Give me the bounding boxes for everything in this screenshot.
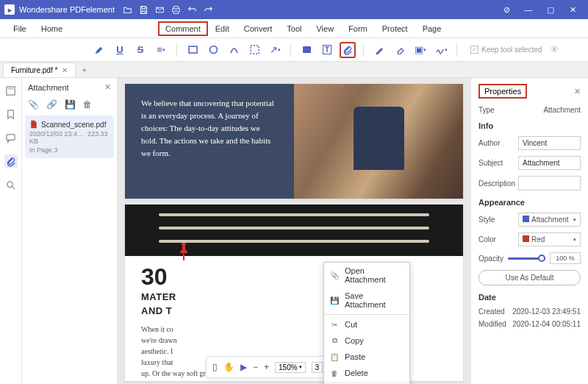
- author-field[interactable]: [518, 136, 581, 150]
- opacity-value[interactable]: 100 %: [550, 252, 581, 264]
- menu-edit[interactable]: Edit: [208, 21, 237, 36]
- measure-tool[interactable]: ↗▾: [267, 42, 283, 58]
- underline-tool[interactable]: U: [112, 42, 128, 58]
- description-field[interactable]: [518, 176, 581, 191]
- ctx-open-attachment[interactable]: 📎Open Attachment: [324, 263, 409, 288]
- save-icon[interactable]: [138, 4, 148, 15]
- comment-list-icon[interactable]: [4, 131, 18, 144]
- textbox-tool[interactable]: T: [319, 42, 335, 58]
- tab-furniture[interactable]: Furniture.pdf * ✕: [3, 63, 76, 77]
- zoom-level[interactable]: 150% ▾: [275, 362, 306, 373]
- bookmark-icon[interactable]: [4, 107, 18, 121]
- date-section: Date: [478, 293, 581, 302]
- menu-form[interactable]: Form: [341, 21, 375, 36]
- menu-view[interactable]: View: [309, 21, 341, 36]
- attachment-page: In Page 3: [29, 146, 110, 154]
- page-number-input[interactable]: 3: [312, 362, 323, 373]
- ctx-paste[interactable]: 📋Paste: [324, 349, 409, 365]
- scissors-icon: ✂: [330, 321, 339, 329]
- subject-field[interactable]: [518, 156, 581, 170]
- paperclip-icon: 📎: [330, 271, 339, 280]
- undo-icon[interactable]: [187, 4, 197, 15]
- modified-value: 2020-12-04 00:05:11: [512, 320, 581, 328]
- maximize-button[interactable]: ▢: [539, 5, 562, 15]
- help-button[interactable]: ⊘: [495, 5, 517, 15]
- zoom-out-button[interactable]: −: [253, 362, 258, 372]
- close-button[interactable]: ✕: [562, 5, 584, 15]
- photo-workshop: [294, 84, 463, 199]
- close-properties-icon[interactable]: ✕: [574, 87, 581, 96]
- keep-tool-selected[interactable]: ✓ Keep tool selected: [470, 46, 542, 54]
- menu-comment[interactable]: Comment: [158, 21, 208, 36]
- svg-point-2: [209, 46, 217, 54]
- ctx-cut[interactable]: ✂Cut: [324, 316, 409, 333]
- checkbox-icon[interactable]: ✓: [470, 46, 478, 54]
- save-attachment-icon[interactable]: 💾: [65, 99, 76, 110]
- attachment-panel: Attachment ✕ 📎 🔗 💾 🗑 Scanned_scene.pdf 2…: [22, 78, 118, 384]
- rectangle-tool[interactable]: [184, 42, 201, 58]
- strikeout-tool[interactable]: S: [132, 42, 148, 58]
- tab-label: Furniture.pdf *: [11, 66, 57, 74]
- author-label: Author: [478, 139, 500, 147]
- ctx-delete[interactable]: 🗑Delete: [324, 365, 409, 381]
- modified-label: Modified: [478, 320, 506, 328]
- zoom-in-button[interactable]: +: [264, 362, 269, 372]
- svg-rect-7: [7, 134, 15, 140]
- menu-tool[interactable]: Tool: [279, 21, 309, 36]
- keep-tool-label: Keep tool selected: [481, 46, 542, 54]
- svg-rect-3: [251, 46, 259, 54]
- app-logo: ▸: [4, 4, 15, 15]
- note-tool[interactable]: [298, 42, 315, 58]
- use-as-default-button[interactable]: Use As Default: [478, 270, 581, 285]
- thumbnails-icon[interactable]: [4, 84, 18, 97]
- svg-rect-9: [183, 253, 184, 260]
- add-attachment-icon[interactable]: 📎: [28, 99, 39, 110]
- minimize-button[interactable]: —: [517, 5, 539, 14]
- single-page-icon[interactable]: ▯: [212, 362, 218, 372]
- attachment-list-icon[interactable]: [4, 154, 18, 168]
- line-tool[interactable]: [226, 42, 242, 58]
- signature-tool[interactable]: ▾: [433, 42, 449, 58]
- svg-rect-6: [8, 88, 14, 89]
- hand-tool-icon[interactable]: ✋: [223, 362, 234, 372]
- redo-icon[interactable]: [203, 4, 213, 15]
- app-title: Wondershare PDFelement: [19, 5, 115, 14]
- document-canvas[interactable]: We believe that uncovering that potentia…: [118, 78, 470, 384]
- menu-home[interactable]: Home: [34, 21, 70, 36]
- ctx-copy[interactable]: ⧉Copy: [324, 333, 409, 349]
- pencil-tool[interactable]: [371, 42, 387, 58]
- menu-convert[interactable]: Convert: [237, 21, 280, 36]
- new-tab-button[interactable]: +: [76, 65, 92, 74]
- eye-icon[interactable]: 👁: [546, 42, 562, 58]
- select-tool-icon[interactable]: ▶: [240, 362, 247, 372]
- eraser-tool[interactable]: [392, 42, 408, 58]
- titlebar: ▸ Wondershare PDFelement ⊘ — ▢ ✕: [0, 0, 588, 19]
- color-select[interactable]: Red▾: [518, 232, 581, 246]
- menu-page[interactable]: Page: [415, 21, 449, 36]
- close-tab-icon[interactable]: ✕: [62, 66, 68, 74]
- mail-icon[interactable]: [154, 4, 165, 15]
- left-rail: [0, 78, 22, 384]
- attachment-item[interactable]: Scanned_scene.pdf 2020/12/03 23:4… 223.3…: [25, 115, 114, 158]
- ctx-save-attachment[interactable]: 💾Save Attachment: [324, 288, 409, 313]
- stamp-tool[interactable]: ▣▾: [412, 42, 429, 58]
- delete-attachment-icon[interactable]: 🗑: [83, 99, 92, 110]
- search-icon[interactable]: [4, 178, 18, 191]
- svg-point-8: [7, 181, 13, 187]
- opacity-slider[interactable]: [508, 257, 545, 260]
- attachment-tool[interactable]: [340, 42, 356, 58]
- area-tool[interactable]: [246, 42, 262, 58]
- style-select[interactable]: Attachment▾: [518, 213, 581, 227]
- close-panel-icon[interactable]: ✕: [104, 82, 111, 92]
- link-attachment-icon[interactable]: 🔗: [46, 99, 57, 110]
- menu-protect[interactable]: Protect: [375, 21, 415, 36]
- open-icon[interactable]: [122, 4, 132, 15]
- menu-file[interactable]: File: [6, 21, 34, 36]
- svg-rect-5: [7, 86, 15, 94]
- print-icon[interactable]: [171, 4, 181, 15]
- oval-tool[interactable]: [205, 42, 221, 58]
- highlight-tool[interactable]: [91, 42, 107, 58]
- pushpin-icon[interactable]: [176, 243, 191, 260]
- squiggly-tool[interactable]: ≡▾: [153, 42, 169, 58]
- svg-rect-1: [189, 46, 197, 53]
